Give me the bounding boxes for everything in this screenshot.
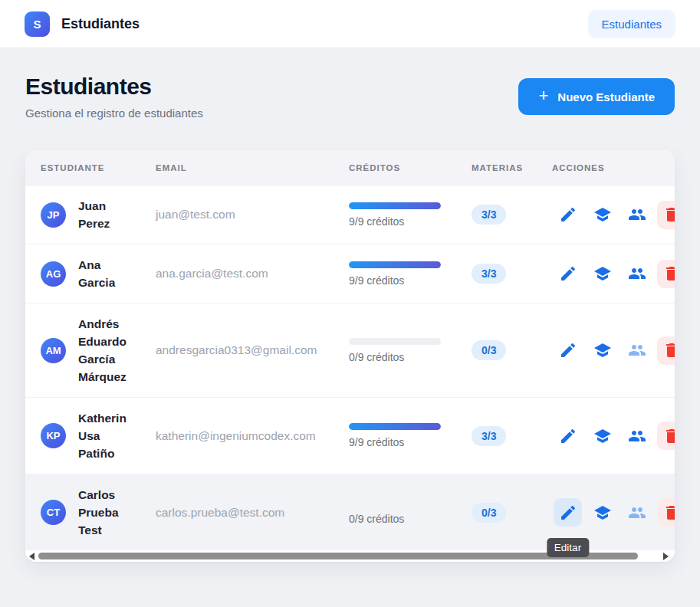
edit-button[interactable]: Editar bbox=[554, 498, 582, 527]
new-student-button[interactable]: + Nuevo Estudiante bbox=[518, 78, 675, 115]
actions-cell bbox=[552, 422, 675, 450]
materias-cell: 0/3 bbox=[472, 503, 552, 523]
enrollments-button[interactable] bbox=[623, 201, 651, 229]
credits-cell: 9/9 créditos bbox=[349, 423, 472, 448]
student-email: ana.garcia@test.com bbox=[156, 267, 349, 281]
graduation-cap-icon bbox=[593, 264, 612, 283]
materias-cell: 3/3 bbox=[472, 205, 552, 225]
graduation-cap-icon bbox=[593, 205, 612, 224]
credits-label: 0/9 créditos bbox=[349, 513, 472, 525]
trash-icon bbox=[662, 205, 675, 224]
delete-button[interactable] bbox=[657, 422, 675, 450]
delete-button[interactable] bbox=[657, 498, 675, 527]
nav-estudiantes-link[interactable]: Estudiantes bbox=[588, 10, 675, 38]
app-logo: S bbox=[25, 11, 50, 37]
table-row[interactable]: JP Juan Perez juan@test.com 9/9 créditos… bbox=[25, 185, 675, 244]
student-cell: KP Katherin Usa Patiño bbox=[25, 398, 156, 474]
page-title-block: Estudiantes Gestiona el registro de estu… bbox=[25, 74, 203, 120]
student-cell: JP Juan Perez bbox=[25, 185, 156, 244]
table-row[interactable]: AM Andrés Eduardo García Márquez andresg… bbox=[25, 304, 675, 398]
delete-button[interactable] bbox=[657, 260, 675, 288]
editar-tooltip: Editar bbox=[547, 538, 589, 557]
column-header-credits: CRÉDITOS bbox=[349, 163, 472, 172]
graduation-cap-icon bbox=[593, 341, 612, 359]
student-email: andresgarcia0313@gmail.com bbox=[156, 343, 349, 357]
edit-button[interactable] bbox=[554, 260, 582, 288]
materias-cell: 3/3 bbox=[472, 264, 552, 284]
student-cell: CT Carlos Prueba Test bbox=[25, 474, 156, 550]
table-row[interactable]: AG Ana Garcia ana.garcia@test.com 9/9 cr… bbox=[25, 244, 675, 304]
subjects-button[interactable] bbox=[588, 336, 616, 365]
graduation-cap-icon bbox=[593, 504, 612, 522]
column-header-subjects: MATERIAS bbox=[472, 163, 552, 172]
credits-progress-bar bbox=[349, 338, 441, 345]
people-icon bbox=[628, 427, 646, 445]
credits-label: 9/9 créditos bbox=[349, 436, 472, 448]
edit-button[interactable] bbox=[554, 336, 582, 365]
student-cell: AM Andrés Eduardo García Márquez bbox=[25, 304, 156, 397]
actions-cell bbox=[552, 336, 675, 365]
scroll-right-arrow-icon[interactable] bbox=[663, 553, 669, 560]
trash-icon bbox=[662, 264, 675, 283]
enrollments-button[interactable] bbox=[623, 498, 651, 527]
enrollments-button[interactable] bbox=[623, 422, 651, 450]
subjects-button[interactable] bbox=[588, 422, 616, 450]
student-cell: AG Ana Garcia bbox=[25, 244, 156, 303]
avatar: AM bbox=[41, 338, 66, 363]
people-icon bbox=[628, 341, 646, 359]
subjects-button[interactable] bbox=[588, 498, 616, 527]
column-header-student: ESTUDIANTE bbox=[25, 163, 156, 172]
materias-badge: 3/3 bbox=[472, 264, 506, 284]
student-name: Katherin Usa Patiño bbox=[78, 409, 133, 462]
credits-label: 9/9 créditos bbox=[349, 274, 472, 287]
credits-cell: 0/9 créditos bbox=[349, 500, 472, 525]
credits-cell: 9/9 créditos bbox=[349, 202, 472, 228]
credits-cell: 0/9 créditos bbox=[349, 338, 472, 363]
table-header-row: ESTUDIANTE EMAIL CRÉDITOS MATERIAS ACCIO… bbox=[25, 150, 675, 185]
delete-button[interactable] bbox=[657, 336, 675, 365]
app-header: S Estudiantes Estudiantes bbox=[0, 0, 700, 48]
delete-button[interactable] bbox=[657, 201, 675, 229]
student-email: carlos.prueba@test.com bbox=[156, 506, 349, 520]
credits-cell: 9/9 créditos bbox=[349, 261, 472, 287]
student-name: Ana Garcia bbox=[78, 256, 133, 291]
edit-button[interactable] bbox=[554, 201, 582, 229]
credits-progress-fill bbox=[349, 202, 441, 209]
app-title: Estudiantes bbox=[61, 16, 140, 32]
materias-cell: 0/3 bbox=[472, 340, 552, 360]
students-table-card: ESTUDIANTE EMAIL CRÉDITOS MATERIAS ACCIO… bbox=[25, 150, 675, 562]
student-name: Carlos Prueba Test bbox=[78, 486, 133, 539]
page-title: Estudiantes bbox=[25, 74, 203, 100]
subjects-button[interactable] bbox=[588, 260, 616, 288]
people-icon bbox=[628, 205, 646, 224]
actions-cell bbox=[552, 201, 675, 229]
credits-progress-fill bbox=[349, 423, 441, 430]
enrollments-button[interactable] bbox=[623, 260, 651, 288]
page-header: Estudiantes Gestiona el registro de estu… bbox=[25, 74, 675, 120]
trash-icon bbox=[662, 427, 675, 445]
subjects-button[interactable] bbox=[588, 201, 616, 229]
credits-label: 0/9 créditos bbox=[349, 351, 472, 363]
avatar: CT bbox=[41, 500, 66, 525]
student-name: Juan Perez bbox=[78, 197, 133, 232]
scroll-left-arrow-icon[interactable] bbox=[29, 553, 35, 560]
actions-cell: Editar bbox=[552, 498, 675, 527]
edit-button[interactable] bbox=[554, 422, 582, 450]
table-row[interactable]: CT Carlos Prueba Test carlos.prueba@test… bbox=[25, 474, 675, 550]
trash-icon bbox=[662, 504, 675, 522]
table-row[interactable]: KP Katherin Usa Patiño katherin@ingenium… bbox=[25, 398, 675, 474]
column-header-email: EMAIL bbox=[156, 163, 349, 172]
graduation-cap-icon bbox=[593, 427, 612, 445]
main-content: Estudiantes Gestiona el registro de estu… bbox=[0, 48, 700, 562]
people-icon bbox=[628, 264, 646, 283]
credits-progress-bar bbox=[349, 423, 441, 430]
enrollments-button[interactable] bbox=[623, 336, 651, 365]
student-email: juan@test.com bbox=[156, 208, 349, 221]
edit-pencil-icon bbox=[559, 205, 577, 224]
edit-pencil-icon bbox=[559, 427, 577, 445]
edit-pencil-icon bbox=[559, 341, 577, 359]
student-name: Andrés Eduardo García Márquez bbox=[78, 315, 133, 386]
credits-progress-bar bbox=[349, 202, 441, 209]
avatar: KP bbox=[41, 423, 66, 448]
edit-pencil-icon bbox=[559, 264, 577, 283]
